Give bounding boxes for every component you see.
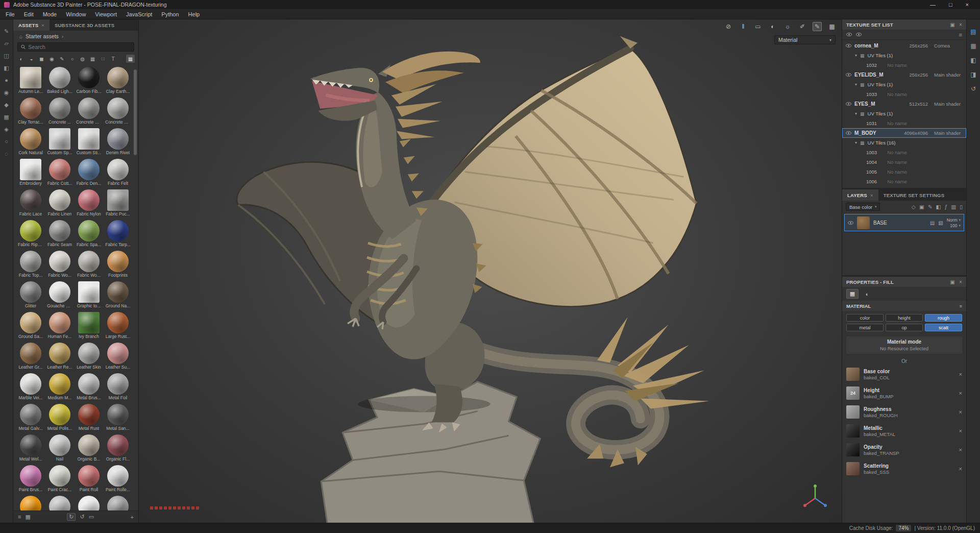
texture-set-row[interactable]: EYELIDS_M 256x256 Main shader bbox=[842, 70, 966, 80]
remove-resource-icon[interactable]: × bbox=[959, 371, 962, 377]
viewport-frame-icon[interactable]: ▭ bbox=[753, 22, 763, 31]
add-asset-icon[interactable]: + bbox=[131, 514, 134, 520]
stamp-icon[interactable]: ▣ bbox=[919, 204, 924, 210]
channel-toggle-button[interactable]: color bbox=[846, 314, 884, 322]
material-mode-button[interactable]: Material mode No Resource Selected bbox=[846, 336, 962, 354]
asset-item[interactable]: Cork Natural bbox=[17, 128, 44, 157]
asset-item[interactable]: Baked Ligh... bbox=[46, 67, 73, 96]
visibility-eye-icon[interactable] bbox=[846, 44, 851, 47]
blend-mode-dropdown[interactable]: Norm▾ bbox=[947, 217, 961, 223]
tab-texture-set-settings[interactable]: TEXTURE SET SETTINGS bbox=[878, 189, 950, 201]
uv-tile-row[interactable]: 1006 No name bbox=[842, 177, 966, 186]
environment-sun-icon[interactable]: ☼ bbox=[783, 22, 792, 31]
thumbnail-view-icon[interactable]: ▦ bbox=[25, 514, 30, 520]
menu-item[interactable]: Help bbox=[184, 10, 205, 18]
asset-item[interactable]: Metal Foil bbox=[105, 373, 131, 402]
navigation-gizmo[interactable] bbox=[800, 482, 830, 511]
asset-item[interactable]: Fabric Spa... bbox=[76, 220, 102, 249]
channel-resource-row[interactable]: Metallic baked_METAL × bbox=[846, 424, 962, 438]
remove-resource-icon[interactable]: × bbox=[959, 409, 962, 415]
asset-item[interactable]: Ground Sa... bbox=[17, 312, 44, 341]
asset-item[interactable]: Fabric Seam bbox=[46, 220, 73, 249]
layer-mask-icon[interactable]: ▧ bbox=[938, 220, 943, 226]
viewport-canvas[interactable]: ⊘ ‖ ▭ ◐ ☼ ✐ ✎ ▦ Material ▾ bbox=[139, 19, 842, 523]
asset-item[interactable]: Fabric Cott... bbox=[46, 159, 73, 188]
asset-item[interactable]: Metal San... bbox=[105, 404, 131, 433]
collapse-caret-icon[interactable]: ▾ bbox=[855, 53, 857, 58]
texture-set-row-selected[interactable]: M_BODY 4096x4096 Main shader bbox=[842, 128, 966, 138]
fill-properties-tab[interactable]: ▦ bbox=[846, 289, 859, 299]
material-sphere-icon[interactable]: ◐ bbox=[768, 22, 777, 31]
close-tab-icon[interactable]: × bbox=[870, 192, 873, 198]
asset-item[interactable]: Glitter bbox=[17, 281, 44, 310]
asset-item[interactable]: Fabric Nylon bbox=[76, 189, 102, 219]
shader-link[interactable]: Main shader bbox=[931, 130, 963, 136]
close-button[interactable]: × bbox=[966, 2, 969, 8]
assets-shelf-icon[interactable]: ▤ bbox=[969, 28, 978, 36]
asset-item[interactable]: Ground Na... bbox=[105, 281, 131, 310]
asset-item[interactable]: Fabric Rips... bbox=[17, 220, 44, 249]
asset-item[interactable]: Gouache D... bbox=[46, 281, 73, 310]
show-all-eye-icon[interactable] bbox=[846, 33, 852, 36]
channel-resource-row[interactable]: Opacity baked_TRANSP × bbox=[846, 443, 962, 457]
menu-item[interactable]: Mode bbox=[38, 10, 62, 18]
layer-opacity-dropdown[interactable]: 100▾ bbox=[950, 223, 961, 228]
asset-item[interactable]: Paint Roll bbox=[76, 465, 102, 494]
menu-item[interactable]: Window bbox=[61, 10, 90, 18]
asset-item[interactable]: Metal Rust bbox=[76, 404, 102, 433]
uv-tiles-row[interactable]: ▾ ▦ UV Tiles (1) bbox=[842, 51, 966, 60]
detach-panel-icon[interactable]: ▣ bbox=[950, 22, 955, 28]
clone-tool-icon[interactable]: ◉ bbox=[3, 89, 11, 96]
remove-resource-icon[interactable]: × bbox=[959, 466, 962, 472]
asset-item[interactable]: Fabric Puc... bbox=[105, 189, 131, 219]
asset-item[interactable]: Autumn Le... bbox=[17, 67, 44, 96]
asset-item[interactable]: Custom Sp... bbox=[46, 128, 73, 157]
menu-item[interactable]: File bbox=[1, 10, 19, 18]
channel-resource-row[interactable]: Roughness baked_ROUGH × bbox=[846, 405, 962, 419]
visibility-eye-icon[interactable] bbox=[846, 73, 851, 77]
asset-item[interactable]: Fabric Tarp... bbox=[105, 220, 131, 249]
remove-resource-icon[interactable]: × bbox=[959, 428, 962, 434]
collapse-caret-icon[interactable]: ▾ bbox=[855, 111, 857, 116]
asset-item[interactable]: Organic Fl... bbox=[105, 434, 131, 464]
asset-item[interactable]: Medium M... bbox=[46, 373, 73, 402]
grid-display-icon[interactable]: ▦ bbox=[126, 55, 135, 63]
hide-ui-icon[interactable]: ⊘ bbox=[724, 22, 733, 31]
pencil-icon[interactable]: ✎ bbox=[928, 204, 933, 210]
filter-alphas-icon[interactable]: ○ bbox=[68, 55, 77, 63]
filter-resources-icon[interactable]: ∷ bbox=[99, 55, 107, 63]
menu-item[interactable]: JavaScript bbox=[121, 10, 157, 18]
asset-item[interactable]: Clay Earth... bbox=[105, 67, 131, 96]
asset-item[interactable]: Paint Rolle... bbox=[105, 465, 131, 494]
channel-resource-row[interactable]: Base color baked_COL × bbox=[846, 367, 962, 381]
layer-row-base[interactable]: BASE ▤ ▧ Norm▾ 100▾ bbox=[844, 214, 964, 231]
asset-item[interactable]: Paint Brus... bbox=[17, 465, 44, 494]
asset-item[interactable]: Leather Skin bbox=[76, 343, 102, 372]
search-input[interactable] bbox=[28, 44, 131, 50]
lazy-mouse-tool-icon[interactable]: ◌ bbox=[3, 150, 11, 158]
asset-item[interactable] bbox=[76, 496, 102, 511]
trash-icon[interactable]: ▯ bbox=[960, 204, 963, 210]
tab-layers[interactable]: LAYERS × bbox=[842, 189, 878, 201]
pin-icon[interactable]: ◇ bbox=[912, 204, 916, 210]
paint-tool-icon[interactable]: ✎ bbox=[3, 28, 11, 35]
polygon-fill-tool-icon[interactable]: ◧ bbox=[3, 64, 11, 72]
asset-item[interactable]: Paint Crac... bbox=[46, 465, 73, 494]
uv-tiles-row[interactable]: ▾ ▦ UV Tiles (1) bbox=[842, 80, 966, 89]
asset-item[interactable]: Graphic to... bbox=[76, 281, 102, 310]
asset-item[interactable]: Fabric Den... bbox=[76, 159, 102, 188]
visibility-eye-icon[interactable] bbox=[846, 131, 851, 135]
maximize-button[interactable]: □ bbox=[949, 2, 952, 8]
asset-item[interactable]: Fabric Linen bbox=[46, 189, 73, 219]
section-menu-icon[interactable]: ≡ bbox=[959, 303, 962, 309]
asset-item[interactable] bbox=[105, 496, 131, 511]
asset-item[interactable]: Large Rust... bbox=[105, 312, 131, 341]
asset-item[interactable]: Concrete C... bbox=[105, 98, 131, 127]
asset-item[interactable]: Leather Gr... bbox=[17, 343, 44, 372]
breadcrumb[interactable]: ⌂ Starter assets › bbox=[13, 31, 138, 42]
display-settings-icon[interactable]: ◧ bbox=[969, 56, 978, 64]
smudge-tool-icon[interactable]: ● bbox=[3, 77, 11, 84]
selection-tool-icon[interactable]: ○ bbox=[3, 138, 11, 146]
shader-link[interactable]: Cornea bbox=[931, 43, 963, 49]
shader-settings-icon[interactable]: ◨ bbox=[969, 70, 978, 79]
